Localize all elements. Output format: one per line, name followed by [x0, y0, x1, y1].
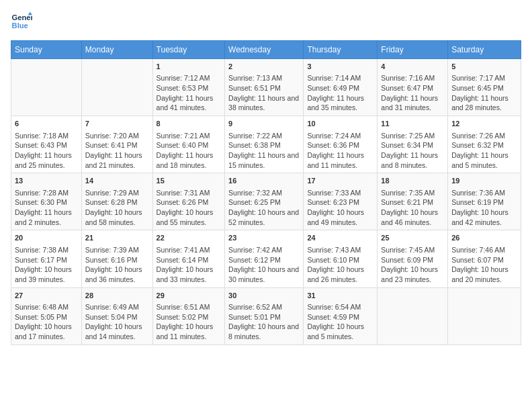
day-number: 19 [451, 176, 517, 186]
logo: General Blue [11, 11, 35, 32]
calendar-cell: 26Sunrise: 7:46 AMSunset: 6:07 PMDayligh… [448, 230, 521, 287]
day-number: 6 [15, 119, 78, 129]
cell-info: Sunrise: 7:13 AMSunset: 6:51 PMDaylight:… [228, 73, 300, 113]
cell-info: Sunrise: 6:52 AMSunset: 5:01 PMDaylight:… [228, 302, 300, 342]
day-number: 17 [307, 176, 373, 186]
day-header-thursday: Thursday [304, 41, 378, 59]
day-header-tuesday: Tuesday [152, 41, 224, 59]
logo-icon: General Blue [11, 11, 32, 32]
calendar-cell: 2Sunrise: 7:13 AMSunset: 6:51 PMDaylight… [225, 59, 304, 116]
day-number: 9 [228, 119, 300, 129]
calendar-cell: 18Sunrise: 7:35 AMSunset: 6:21 PMDayligh… [378, 173, 448, 230]
cell-info: Sunrise: 6:48 AMSunset: 5:05 PMDaylight:… [15, 302, 78, 342]
day-number: 23 [228, 233, 300, 243]
cell-info: Sunrise: 6:54 AMSunset: 4:59 PMDaylight:… [307, 302, 373, 342]
calendar-cell: 7Sunrise: 7:20 AMSunset: 6:41 PMDaylight… [81, 116, 152, 173]
calendar-week-row: 27Sunrise: 6:48 AMSunset: 5:05 PMDayligh… [11, 287, 521, 345]
cell-info: Sunrise: 7:21 AMSunset: 6:40 PMDaylight:… [157, 131, 221, 171]
day-header-saturday: Saturday [448, 41, 521, 59]
day-header-monday: Monday [81, 41, 152, 59]
cell-info: Sunrise: 7:31 AMSunset: 6:26 PMDaylight:… [157, 188, 221, 228]
calendar-cell [81, 59, 152, 116]
calendar-cell: 10Sunrise: 7:24 AMSunset: 6:36 PMDayligh… [304, 116, 378, 173]
cell-info: Sunrise: 7:41 AMSunset: 6:14 PMDaylight:… [157, 245, 221, 285]
day-number: 10 [307, 119, 373, 129]
day-number: 27 [15, 291, 78, 301]
calendar-cell: 19Sunrise: 7:36 AMSunset: 6:19 PMDayligh… [448, 173, 521, 230]
calendar-cell: 31Sunrise: 6:54 AMSunset: 4:59 PMDayligh… [304, 287, 378, 345]
calendar-week-row: 13Sunrise: 7:28 AMSunset: 6:30 PMDayligh… [11, 173, 521, 230]
cell-info: Sunrise: 7:29 AMSunset: 6:28 PMDaylight:… [85, 188, 149, 228]
day-number: 26 [451, 233, 517, 243]
calendar-cell: 21Sunrise: 7:39 AMSunset: 6:16 PMDayligh… [81, 230, 152, 287]
cell-info: Sunrise: 7:14 AMSunset: 6:49 PMDaylight:… [307, 73, 373, 113]
calendar-cell: 12Sunrise: 7:26 AMSunset: 6:32 PMDayligh… [448, 116, 521, 173]
day-number: 30 [228, 291, 300, 301]
calendar-cell: 6Sunrise: 7:18 AMSunset: 6:43 PMDaylight… [11, 116, 82, 173]
cell-info: Sunrise: 6:51 AMSunset: 5:02 PMDaylight:… [157, 302, 221, 342]
day-number: 24 [307, 233, 373, 243]
cell-info: Sunrise: 7:36 AMSunset: 6:19 PMDaylight:… [451, 188, 517, 228]
calendar-header-row: SundayMondayTuesdayWednesdayThursdayFrid… [11, 41, 521, 59]
day-number: 16 [228, 176, 300, 186]
day-number: 3 [307, 62, 373, 72]
calendar-cell: 30Sunrise: 6:52 AMSunset: 5:01 PMDayligh… [225, 287, 304, 345]
cell-info: Sunrise: 7:33 AMSunset: 6:23 PMDaylight:… [307, 188, 373, 228]
cell-info: Sunrise: 7:43 AMSunset: 6:10 PMDaylight:… [307, 245, 373, 285]
calendar-cell: 25Sunrise: 7:45 AMSunset: 6:09 PMDayligh… [378, 230, 448, 287]
calendar-cell: 11Sunrise: 7:25 AMSunset: 6:34 PMDayligh… [378, 116, 448, 173]
calendar-cell: 27Sunrise: 6:48 AMSunset: 5:05 PMDayligh… [11, 287, 82, 345]
page-header: General Blue [11, 11, 521, 32]
calendar-cell: 24Sunrise: 7:43 AMSunset: 6:10 PMDayligh… [304, 230, 378, 287]
cell-info: Sunrise: 7:46 AMSunset: 6:07 PMDaylight:… [451, 245, 517, 285]
cell-info: Sunrise: 7:35 AMSunset: 6:21 PMDaylight:… [381, 188, 444, 228]
day-header-sunday: Sunday [11, 41, 82, 59]
calendar-cell [448, 287, 521, 345]
day-number: 2 [228, 62, 300, 72]
day-number: 21 [85, 233, 149, 243]
cell-info: Sunrise: 7:25 AMSunset: 6:34 PMDaylight:… [381, 131, 444, 171]
calendar-cell: 15Sunrise: 7:31 AMSunset: 6:26 PMDayligh… [152, 173, 224, 230]
day-number: 31 [307, 291, 373, 301]
day-number: 18 [381, 176, 444, 186]
cell-info: Sunrise: 7:20 AMSunset: 6:41 PMDaylight:… [85, 131, 149, 171]
cell-info: Sunrise: 7:24 AMSunset: 6:36 PMDaylight:… [307, 131, 373, 171]
calendar-cell: 8Sunrise: 7:21 AMSunset: 6:40 PMDaylight… [152, 116, 224, 173]
day-header-wednesday: Wednesday [225, 41, 304, 59]
day-number: 15 [157, 176, 221, 186]
cell-info: Sunrise: 7:26 AMSunset: 6:32 PMDaylight:… [451, 131, 517, 171]
calendar-cell: 1Sunrise: 7:12 AMSunset: 6:53 PMDaylight… [152, 59, 224, 116]
calendar-cell: 28Sunrise: 6:49 AMSunset: 5:04 PMDayligh… [81, 287, 152, 345]
day-number: 11 [381, 119, 444, 129]
calendar-cell: 17Sunrise: 7:33 AMSunset: 6:23 PMDayligh… [304, 173, 378, 230]
cell-info: Sunrise: 7:32 AMSunset: 6:25 PMDaylight:… [228, 188, 300, 228]
cell-info: Sunrise: 7:16 AMSunset: 6:47 PMDaylight:… [381, 73, 444, 113]
day-number: 28 [85, 291, 149, 301]
day-header-friday: Friday [378, 41, 448, 59]
cell-info: Sunrise: 7:22 AMSunset: 6:38 PMDaylight:… [228, 131, 300, 171]
day-number: 14 [85, 176, 149, 186]
calendar-cell: 3Sunrise: 7:14 AMSunset: 6:49 PMDaylight… [304, 59, 378, 116]
day-number: 25 [381, 233, 444, 243]
cell-info: Sunrise: 6:49 AMSunset: 5:04 PMDaylight:… [85, 302, 149, 342]
cell-info: Sunrise: 7:38 AMSunset: 6:17 PMDaylight:… [15, 245, 78, 285]
cell-info: Sunrise: 7:17 AMSunset: 6:45 PMDaylight:… [451, 73, 517, 113]
day-number: 12 [451, 119, 517, 129]
day-number: 5 [451, 62, 517, 72]
cell-info: Sunrise: 7:12 AMSunset: 6:53 PMDaylight:… [157, 73, 221, 113]
day-number: 7 [85, 119, 149, 129]
cell-info: Sunrise: 7:18 AMSunset: 6:43 PMDaylight:… [15, 131, 78, 171]
calendar-cell: 20Sunrise: 7:38 AMSunset: 6:17 PMDayligh… [11, 230, 82, 287]
calendar-cell: 13Sunrise: 7:28 AMSunset: 6:30 PMDayligh… [11, 173, 82, 230]
day-number: 1 [157, 62, 221, 72]
calendar-cell: 4Sunrise: 7:16 AMSunset: 6:47 PMDaylight… [378, 59, 448, 116]
calendar-week-row: 6Sunrise: 7:18 AMSunset: 6:43 PMDaylight… [11, 116, 521, 173]
calendar-cell [378, 287, 448, 345]
cell-info: Sunrise: 7:45 AMSunset: 6:09 PMDaylight:… [381, 245, 444, 285]
cell-info: Sunrise: 7:42 AMSunset: 6:12 PMDaylight:… [228, 245, 300, 285]
day-number: 13 [15, 176, 78, 186]
calendar-cell: 16Sunrise: 7:32 AMSunset: 6:25 PMDayligh… [225, 173, 304, 230]
day-number: 29 [157, 291, 221, 301]
calendar-week-row: 1Sunrise: 7:12 AMSunset: 6:53 PMDaylight… [11, 59, 521, 116]
calendar-cell: 29Sunrise: 6:51 AMSunset: 5:02 PMDayligh… [152, 287, 224, 345]
